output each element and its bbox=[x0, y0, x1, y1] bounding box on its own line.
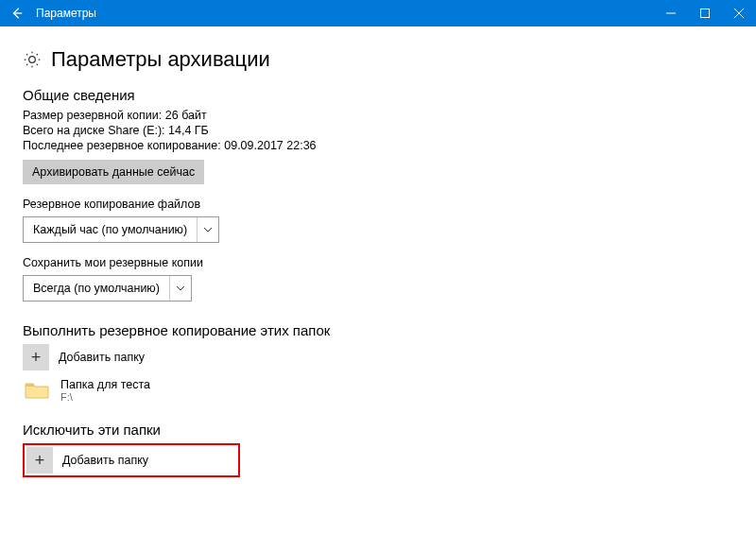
titlebar: Параметры bbox=[0, 0, 756, 26]
page-header: Параметры архивации bbox=[23, 47, 733, 72]
exclude-heading: Исключить эти папки bbox=[23, 422, 733, 438]
last-backup-line: Последнее резервное копирование: 09.09.2… bbox=[23, 139, 733, 152]
content: Параметры архивации Общие сведения Разме… bbox=[0, 26, 756, 489]
folder-info: Папка для теста F:\ bbox=[60, 378, 150, 403]
retention-combo[interactable]: Всегда (по умолчанию) bbox=[23, 275, 192, 301]
window-title: Параметры bbox=[34, 7, 654, 20]
plus-icon: + bbox=[26, 447, 53, 474]
window-controls bbox=[654, 0, 756, 26]
backup-now-button[interactable]: Архивировать данные сейчас bbox=[23, 160, 204, 184]
backup-size-line: Размер резервной копии: 26 байт bbox=[23, 109, 733, 122]
chevron-down-icon bbox=[198, 227, 218, 233]
retention-label: Сохранить мои резервные копии bbox=[23, 256, 733, 269]
retention-selected: Всегда (по умолчанию) bbox=[24, 282, 169, 295]
highlight-annotation: + Добавить папку bbox=[23, 443, 240, 477]
retention-section: Сохранить мои резервные копии Всегда (по… bbox=[23, 256, 733, 301]
arrow-left-icon bbox=[10, 7, 24, 20]
close-icon bbox=[734, 9, 744, 18]
plus-icon: + bbox=[23, 344, 49, 370]
folder-name: Папка для теста bbox=[60, 378, 150, 391]
chevron-down-icon bbox=[170, 285, 191, 291]
back-button[interactable] bbox=[0, 0, 34, 26]
minimize-icon bbox=[666, 9, 676, 18]
exclude-section: Исключить эти папки + Добавить папку bbox=[23, 422, 733, 477]
add-exclude-folder-button[interactable]: + Добавить папку bbox=[26, 447, 148, 474]
add-include-label: Добавить папку bbox=[59, 351, 145, 364]
folder-path: F:\ bbox=[60, 391, 150, 403]
maximize-icon bbox=[700, 9, 710, 18]
add-exclude-label: Добавить папку bbox=[62, 454, 148, 467]
minimize-button[interactable] bbox=[654, 0, 688, 26]
overview-section: Общие сведения Размер резервной копии: 2… bbox=[23, 87, 733, 184]
include-heading: Выполнить резервное копирование этих пап… bbox=[23, 322, 733, 338]
maximize-button[interactable] bbox=[688, 0, 722, 26]
svg-rect-1 bbox=[701, 9, 710, 18]
close-button[interactable] bbox=[722, 0, 756, 26]
frequency-label: Резервное копирование файлов bbox=[23, 198, 733, 211]
included-folder-item[interactable]: Папка для теста F:\ bbox=[23, 378, 733, 403]
frequency-combo[interactable]: Каждый час (по умолчанию) bbox=[23, 216, 219, 243]
gear-icon bbox=[23, 50, 42, 69]
include-section: Выполнить резервное копирование этих пап… bbox=[23, 322, 733, 403]
frequency-selected: Каждый час (по умолчанию) bbox=[24, 223, 197, 236]
overview-heading: Общие сведения bbox=[23, 87, 733, 103]
folder-icon bbox=[23, 379, 51, 402]
page-title: Параметры архивации bbox=[51, 47, 270, 72]
frequency-section: Резервное копирование файлов Каждый час … bbox=[23, 198, 733, 243]
add-include-folder-button[interactable]: + Добавить папку bbox=[23, 344, 733, 370]
disk-total-line: Всего на диске Share (E:): 14,4 ГБ bbox=[23, 124, 733, 137]
